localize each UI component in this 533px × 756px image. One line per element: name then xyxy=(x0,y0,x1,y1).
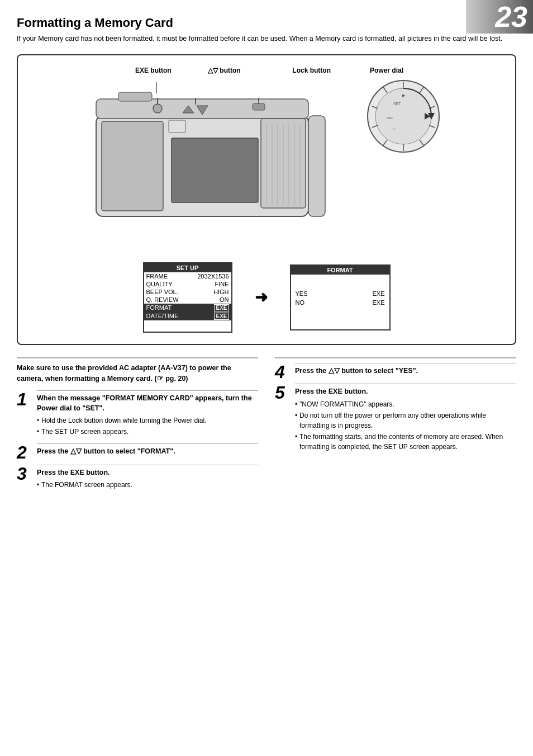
format-row-yes: YES EXE xyxy=(296,289,385,298)
step-4-content: Press the △▽ button to select "YES". xyxy=(295,363,516,384)
power-dial-label: Power dial xyxy=(370,67,442,74)
step-2: 2 Press the △▽ button to select "FORMAT"… xyxy=(17,443,258,465)
step-3-header: Press the EXE button. xyxy=(37,468,258,478)
step-2-content: Press the △▽ button to select "FORMAT". xyxy=(37,443,258,465)
step-1-content: When the message "FORMAT MEMORY CARD" ap… xyxy=(37,390,258,443)
step-4: 4 Press the △▽ button to select "YES". xyxy=(275,363,516,384)
step-1-bullet-2: The SET UP screen appears. xyxy=(37,427,258,437)
step-1-header: When the message "FORMAT MEMORY CARD" ap… xyxy=(37,394,258,413)
page-number-banner: 23 xyxy=(466,0,533,34)
exe-button-label: EXE button xyxy=(135,67,172,74)
svg-rect-9 xyxy=(308,116,325,216)
step-1-bullet-1: Hold the Lock button down while turning … xyxy=(37,415,258,426)
page-number: 23 xyxy=(495,2,527,31)
setup-row-datetime: DATE/TIME EXE xyxy=(144,312,231,320)
steps-left: Make sure to use the provided AC adapter… xyxy=(17,357,258,497)
svg-rect-11 xyxy=(169,120,185,133)
triangle-button-label: △▽ button xyxy=(208,67,241,74)
setup-row-frame: FRAME 2032X1536 xyxy=(144,272,231,280)
format-row-no: NO EXE xyxy=(296,298,385,307)
power-dial-illustration: SET ▶ OFF □ xyxy=(364,77,442,155)
svg-rect-2 xyxy=(172,138,258,202)
svg-text:□: □ xyxy=(393,127,396,131)
arrow-right: ➜ xyxy=(255,288,268,306)
setup-menu-title: SET UP xyxy=(144,263,231,272)
setup-row-format: FORMAT EXE xyxy=(144,304,231,312)
page-intro: If your Memory card has not been formatt… xyxy=(17,34,508,44)
step-3: 3 Press the EXE button. The FORMAT scree… xyxy=(17,465,258,497)
step-5-number: 5 xyxy=(275,384,291,459)
step-3-number: 3 xyxy=(17,465,32,497)
format-dialog-title: FORMAT xyxy=(291,266,389,275)
setup-row-review: Q. REVIEW ON xyxy=(144,296,231,304)
setup-menu: SET UP FRAME 2032X1536 QUALITY FINE BEEP… xyxy=(143,262,232,333)
step-2-header: Press the △▽ button to select "FORMAT". xyxy=(37,447,258,457)
svg-rect-1 xyxy=(102,121,163,211)
camera-illustration xyxy=(91,82,348,228)
step-5-header: Press the EXE button. xyxy=(295,387,516,397)
steps-right: 4 Press the △▽ button to select "YES". 5… xyxy=(275,357,516,497)
lock-button-label: Lock button xyxy=(292,67,331,74)
step-2-number: 2 xyxy=(17,443,32,465)
step-1-number: 1 xyxy=(17,390,32,443)
svg-rect-4 xyxy=(118,92,152,101)
step-3-content: Press the EXE button. The FORMAT screen … xyxy=(37,465,258,497)
step-4-header: Press the △▽ button to select "YES". xyxy=(295,366,516,376)
step-5-bullet-3: The formatting starts, and the contents … xyxy=(295,432,516,452)
step-5: 5 Press the EXE button. "NOW FORMATTING"… xyxy=(275,384,516,459)
format-dialog: FORMAT YES EXE NO EXE xyxy=(290,264,391,330)
step-5-bullet-1: "NOW FORMATTING" appears. xyxy=(295,399,516,409)
warning-text: Make sure to use the provided AC adapter… xyxy=(17,363,258,384)
setup-row-quality: QUALITY FINE xyxy=(144,280,231,288)
step-4-number: 4 xyxy=(275,363,291,384)
steps-section: Make sure to use the provided AC adapter… xyxy=(17,357,516,497)
svg-text:SET: SET xyxy=(393,102,401,106)
step-3-bullet-1: The FORMAT screen appears. xyxy=(37,480,258,490)
svg-text:OFF: OFF xyxy=(387,116,393,120)
svg-point-5 xyxy=(153,104,162,113)
format-dialog-body: YES EXE NO EXE xyxy=(291,275,389,329)
step-1: 1 When the message "FORMAT MEMORY CARD" … xyxy=(17,390,258,443)
svg-rect-8 xyxy=(253,103,265,110)
step-5-bullet-2: Do not turn off the power or perform any… xyxy=(295,410,516,431)
setup-row-beep: BEEP VOL. HIGH xyxy=(144,288,231,296)
menus-row: SET UP FRAME 2032X1536 QUALITY FINE BEEP… xyxy=(29,262,504,333)
page-title: Formatting a Memory Card xyxy=(17,16,516,30)
diagram-box: EXE button △▽ button Lock button xyxy=(17,54,516,345)
step-5-content: Press the EXE button. "NOW FORMATTING" a… xyxy=(295,384,516,459)
